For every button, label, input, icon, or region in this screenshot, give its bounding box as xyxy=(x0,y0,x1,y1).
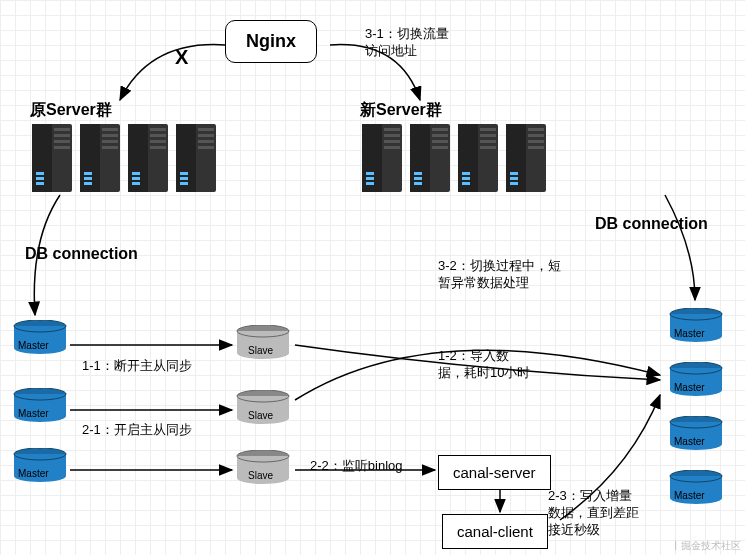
canal-server-label: canal-server xyxy=(453,464,536,481)
canal-client-label: canal-client xyxy=(457,523,533,540)
x-mark: X xyxy=(175,46,188,69)
step-1-1-label: 1-1：断开主从同步 xyxy=(82,358,192,375)
step-2-3-label: 2-3：写入增量 数据，直到差距 接近秒级 xyxy=(548,488,639,539)
slave-db-3-label: Slave xyxy=(248,470,273,481)
master-db-2-label: Master xyxy=(18,408,49,419)
old-server-4 xyxy=(174,122,216,192)
new-server-3 xyxy=(456,122,498,192)
new-server-4 xyxy=(504,122,546,192)
db-connection-left-label: DB connection xyxy=(25,245,138,263)
step-3-2-label: 3-2：切换过程中，短 暂异常数据处理 xyxy=(438,258,561,292)
step-2-2-label: 2-2：监听binlog xyxy=(310,458,403,475)
canal-client-box: canal-client xyxy=(442,514,548,549)
slave-db-2-label: Slave xyxy=(248,410,273,421)
new-master-db-4-label: Master xyxy=(674,490,705,501)
old-server-1 xyxy=(30,122,72,192)
new-master-db-2-label: Master xyxy=(674,382,705,393)
step-1-2-label: 1-2：导入数 据，耗时10小时 xyxy=(438,348,530,382)
step-3-1-label: 3-1：切换流量 访问地址 xyxy=(365,26,449,60)
old-server-2 xyxy=(78,122,120,192)
new-server-2 xyxy=(408,122,450,192)
canal-server-box: canal-server xyxy=(438,455,551,490)
old-cluster-title: 原Server群 xyxy=(30,100,112,121)
step-2-1-label: 2-1：开启主从同步 xyxy=(82,422,192,439)
master-db-3-label: Master xyxy=(18,468,49,479)
master-db-1-label: Master xyxy=(18,340,49,351)
new-master-db-3-label: Master xyxy=(674,436,705,447)
watermark: 丨掘金技术社区 xyxy=(671,539,741,553)
nginx-node: Nginx xyxy=(225,20,317,63)
new-cluster-title: 新Server群 xyxy=(360,100,442,121)
new-server-1 xyxy=(360,122,402,192)
slave-db-1-label: Slave xyxy=(248,345,273,356)
db-connection-right-label: DB connection xyxy=(595,215,708,233)
new-master-db-1-label: Master xyxy=(674,328,705,339)
nginx-label: Nginx xyxy=(246,31,296,51)
old-server-3 xyxy=(126,122,168,192)
